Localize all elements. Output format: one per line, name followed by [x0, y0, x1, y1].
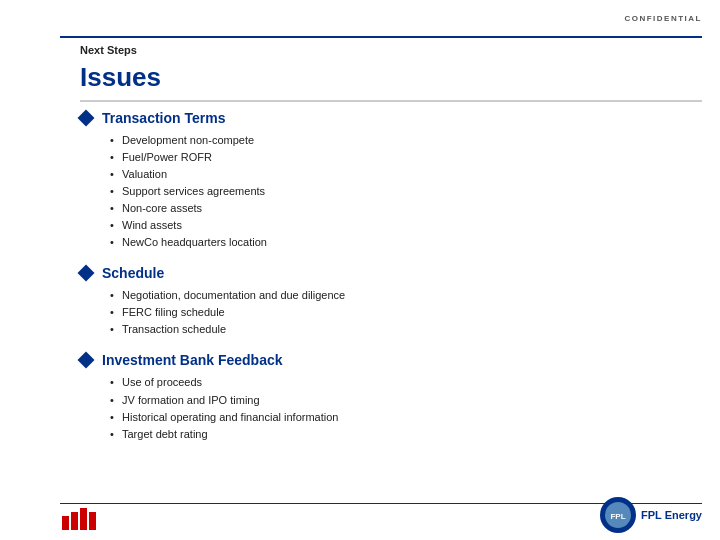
bullet-list-schedule: Negotiation, documentation and due dilig…: [110, 287, 702, 338]
section-header-schedule: Schedule: [80, 265, 702, 281]
svg-rect-2: [80, 508, 87, 530]
section-title-schedule: Schedule: [102, 265, 164, 281]
header-bar: CONFIDENTIAL: [0, 0, 720, 36]
diamond-icon-3: [78, 352, 95, 369]
section-investment-bank-feedback: Investment Bank Feedback Use of proceeds…: [80, 352, 702, 442]
section-title-transaction-terms: Transaction Terms: [102, 110, 225, 126]
list-item: Target debt rating: [110, 426, 702, 443]
list-item: FERC filing schedule: [110, 304, 702, 321]
section-title-investment-bank-feedback: Investment Bank Feedback: [102, 352, 283, 368]
title-rule: [80, 100, 702, 102]
diamond-icon-1: [78, 110, 95, 127]
list-item: Valuation: [110, 166, 702, 183]
fpl-energy-logo: FPL FPL Energy: [599, 496, 702, 534]
svg-rect-0: [62, 516, 69, 530]
section-transaction-terms: Transaction Terms Development non-compet…: [80, 110, 702, 251]
section-header-transaction-terms: Transaction Terms: [80, 110, 702, 126]
diamond-icon-2: [78, 265, 95, 282]
list-item: Use of proceeds: [110, 374, 702, 391]
list-item: Transaction schedule: [110, 321, 702, 338]
svg-rect-1: [71, 512, 78, 530]
list-item: Wind assets: [110, 217, 702, 234]
list-item: Fuel/Power ROFR: [110, 149, 702, 166]
list-item: NewCo headquarters location: [110, 234, 702, 251]
fpl-energy-label: FPL Energy: [641, 509, 702, 521]
list-item: JV formation and IPO timing: [110, 392, 702, 409]
list-item: Non-core assets: [110, 200, 702, 217]
bullet-list-investment-bank-feedback: Use of proceeds JV formation and IPO tim…: [110, 374, 702, 442]
list-item: Negotiation, documentation and due dilig…: [110, 287, 702, 304]
list-item: Support services agreements: [110, 183, 702, 200]
section-header-investment-bank-feedback: Investment Bank Feedback: [80, 352, 702, 368]
page-title: Issues: [80, 62, 161, 93]
top-rule: [60, 36, 702, 38]
section-schedule: Schedule Negotiation, documentation and …: [80, 265, 702, 338]
svg-text:FPL: FPL: [611, 512, 626, 521]
enron-logo: [60, 506, 108, 532]
confidential-label: CONFIDENTIAL: [624, 14, 702, 23]
svg-rect-3: [89, 512, 96, 530]
list-item: Development non-compete: [110, 132, 702, 149]
next-steps-label: Next Steps: [80, 44, 137, 56]
content-area: Transaction Terms Development non-compet…: [80, 110, 702, 490]
list-item: Historical operating and financial infor…: [110, 409, 702, 426]
bullet-list-transaction-terms: Development non-compete Fuel/Power ROFR …: [110, 132, 702, 251]
